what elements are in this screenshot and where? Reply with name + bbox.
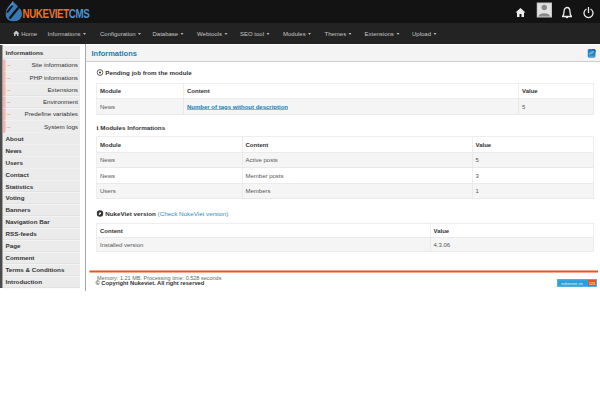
svg-text:nukeviet.vn: nukeviet.vn bbox=[561, 282, 583, 286]
svg-text:123: 123 bbox=[589, 282, 595, 286]
